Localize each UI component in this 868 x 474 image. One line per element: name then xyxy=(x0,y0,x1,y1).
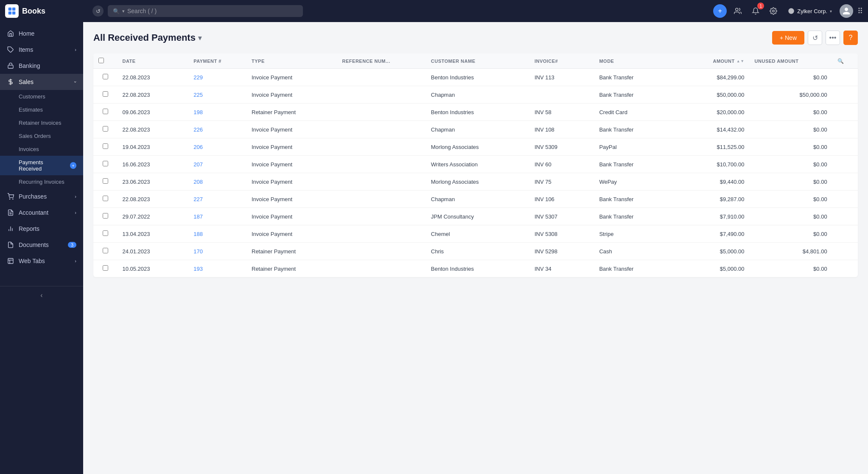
payment-num-link[interactable]: 198 xyxy=(193,109,203,115)
table-row: 29.07.2022 187 Invoice Payment JPM Consu… xyxy=(93,208,858,225)
row-payment-num: 229 xyxy=(188,69,246,86)
table-row: 16.06.2023 207 Invoice Payment Writers A… xyxy=(93,156,858,173)
payment-num-link[interactable]: 229 xyxy=(193,74,203,81)
payment-num-link[interactable]: 206 xyxy=(193,144,203,150)
new-button[interactable]: + New xyxy=(772,31,804,45)
topbar-refresh-btn[interactable]: ↺ xyxy=(92,6,104,17)
payment-num-link[interactable]: 225 xyxy=(193,92,203,98)
row-checkbox[interactable] xyxy=(103,213,108,219)
table-row: 22.08.2023 229 Invoice Payment Benton In… xyxy=(93,69,858,86)
payment-num-link[interactable]: 207 xyxy=(193,161,203,168)
sidebar-item-items[interactable]: Items › xyxy=(0,42,83,58)
home-icon xyxy=(7,30,14,37)
row-checkbox[interactable] xyxy=(103,178,108,184)
payment-num-link[interactable]: 208 xyxy=(193,179,203,185)
sidebar-sub-estimates-label: Estimates xyxy=(19,107,43,113)
row-mode: Bank Transfer xyxy=(594,208,672,225)
row-checkbox[interactable] xyxy=(103,91,108,97)
row-checkbox[interactable] xyxy=(103,109,108,114)
payment-num-link[interactable]: 188 xyxy=(193,231,203,237)
row-date: 22.08.2023 xyxy=(117,69,188,86)
payment-num-link[interactable]: 226 xyxy=(193,126,203,133)
row-checkbox[interactable] xyxy=(103,161,108,166)
user-avatar[interactable] xyxy=(840,4,853,18)
company-selector[interactable]: Zylker Corp. ▾ xyxy=(784,6,835,16)
row-checkbox[interactable] xyxy=(103,126,108,132)
sidebar-sub-payments-received[interactable]: Payments Received + xyxy=(0,156,83,175)
payment-num-link[interactable]: 227 xyxy=(193,196,203,202)
payment-num-link[interactable]: 193 xyxy=(193,266,203,272)
page-title-dropdown-icon[interactable]: ▾ xyxy=(198,34,202,42)
col-header-select-all[interactable] xyxy=(93,53,117,69)
sidebar-item-documents[interactable]: Documents 3 xyxy=(0,237,83,253)
sidebar-sub-estimates[interactable]: Estimates xyxy=(0,103,83,116)
row-amount: $9,287.00 xyxy=(672,191,750,208)
row-payment-num: 193 xyxy=(188,260,246,278)
sidebar-item-banking[interactable]: Banking xyxy=(0,58,83,74)
app-grid-icon[interactable]: ⠿ xyxy=(857,6,863,16)
row-date: 19.04.2023 xyxy=(117,138,188,156)
col-header-mode[interactable]: MODE xyxy=(594,53,672,69)
row-amount: $84,299.00 xyxy=(672,69,750,86)
add-btn[interactable]: + xyxy=(713,4,727,18)
row-amount: $7,490.00 xyxy=(672,225,750,243)
row-checkbox[interactable] xyxy=(103,143,108,149)
col-header-search[interactable]: 🔍 xyxy=(832,53,858,69)
col-header-customer[interactable]: CUSTOMER NAME xyxy=(426,53,529,69)
svg-rect-3 xyxy=(12,11,15,14)
refresh-button[interactable]: ↺ xyxy=(808,31,822,45)
help-button[interactable]: ? xyxy=(843,31,858,45)
row-payment-num: 227 xyxy=(188,191,246,208)
row-checkbox[interactable] xyxy=(103,248,108,253)
search-input[interactable] xyxy=(127,8,298,14)
table-scroll-area[interactable]: DATE PAYMENT # TYPE REFERENCE NUM... xyxy=(93,53,858,277)
row-reference xyxy=(337,86,426,104)
sidebar-sub-invoices[interactable]: Invoices xyxy=(0,143,83,156)
notifications-btn[interactable] xyxy=(749,4,762,18)
sidebar-item-purchases[interactable]: Purchases › xyxy=(0,188,83,205)
search-bar[interactable]: 🔍 ▾ xyxy=(108,5,303,17)
sidebar-item-sales[interactable]: Sales › xyxy=(0,74,83,90)
row-checkbox[interactable] xyxy=(103,265,108,271)
payment-num-link[interactable]: 170 xyxy=(193,248,203,255)
row-type: Invoice Payment xyxy=(246,208,337,225)
users-btn[interactable] xyxy=(731,4,745,18)
row-mode: PayPal xyxy=(594,138,672,156)
search-dropdown-arrow[interactable]: ▾ xyxy=(122,8,125,14)
row-invoice: INV 5308 xyxy=(529,225,594,243)
col-header-invoice[interactable]: INVOICE# xyxy=(529,53,594,69)
select-all-checkbox[interactable] xyxy=(98,58,104,63)
sidebar-collapse-btn[interactable]: ‹ xyxy=(34,290,49,301)
row-invoice: INV 5298 xyxy=(529,243,594,260)
col-header-reference[interactable]: REFERENCE NUM... xyxy=(337,53,426,69)
row-checkbox[interactable] xyxy=(103,196,108,201)
row-checkbox-cell xyxy=(93,173,117,191)
col-header-unused[interactable]: UNUSED AMOUNT xyxy=(750,53,832,69)
row-reference xyxy=(337,243,426,260)
row-checkbox[interactable] xyxy=(103,74,108,79)
col-header-amount[interactable]: AMOUNT ▲▼ xyxy=(672,53,750,69)
col-header-payment-num[interactable]: PAYMENT # xyxy=(188,53,246,69)
settings-btn[interactable] xyxy=(767,4,780,18)
row-invoice: INV 58 xyxy=(529,104,594,121)
sidebar-sub-retainer-invoices[interactable]: Retainer Invoices xyxy=(0,116,83,129)
row-checkbox[interactable] xyxy=(103,230,108,236)
sidebar-item-home[interactable]: Home xyxy=(0,25,83,42)
sidebar-sub-recurring-invoices[interactable]: Recurring Invoices xyxy=(0,175,83,188)
sidebar-sub-sales-orders[interactable]: Sales Orders xyxy=(0,129,83,143)
col-header-date[interactable]: DATE xyxy=(117,53,188,69)
row-reference xyxy=(337,138,426,156)
sidebar-item-accountant[interactable]: Accountant › xyxy=(0,205,83,221)
sidebar-item-reports[interactable]: Reports xyxy=(0,221,83,237)
sidebar-item-reports-label: Reports xyxy=(19,225,39,232)
more-options-button[interactable]: ••• xyxy=(826,31,840,45)
row-type: Retainer Payment xyxy=(246,104,337,121)
row-amount: $7,910.00 xyxy=(672,208,750,225)
sidebar-sub-invoices-label: Invoices xyxy=(19,146,39,152)
col-header-type[interactable]: TYPE xyxy=(246,53,337,69)
payment-num-link[interactable]: 187 xyxy=(193,213,203,220)
row-checkbox-cell xyxy=(93,243,117,260)
row-customer: Benton Industries xyxy=(426,104,529,121)
sidebar-sub-customers[interactable]: Customers xyxy=(0,90,83,103)
sidebar-item-web-tabs[interactable]: Web Tabs › xyxy=(0,253,83,269)
